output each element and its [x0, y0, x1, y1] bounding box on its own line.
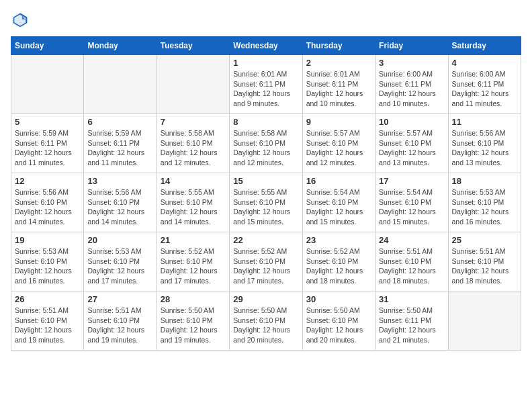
day-info: Sunrise: 5:50 AM Sunset: 6:10 PM Dayligh…: [161, 306, 226, 345]
day-info: Sunrise: 5:52 AM Sunset: 6:10 PM Dayligh…: [233, 246, 298, 286]
day-number: 10: [379, 117, 444, 127]
day-number: 16: [306, 176, 371, 186]
day-number: 6: [87, 117, 152, 127]
day-info: Sunrise: 5:50 AM Sunset: 6:10 PM Dayligh…: [306, 306, 371, 345]
day-number: 20: [87, 235, 152, 245]
day-number: 18: [452, 176, 517, 186]
calendar-cell: 12Sunrise: 5:56 AM Sunset: 6:10 PM Dayli…: [11, 173, 84, 232]
day-info: Sunrise: 5:57 AM Sunset: 6:10 PM Dayligh…: [306, 128, 371, 168]
day-info: Sunrise: 5:52 AM Sunset: 6:10 PM Dayligh…: [306, 246, 371, 286]
svg-marker-0: [13, 13, 28, 28]
calendar-cell: [11, 55, 84, 114]
calendar-cell: 30Sunrise: 5:50 AM Sunset: 6:10 PM Dayli…: [302, 291, 375, 351]
day-info: Sunrise: 6:01 AM Sunset: 6:11 PM Dayligh…: [306, 69, 371, 109]
calendar-cell: 22Sunrise: 5:52 AM Sunset: 6:10 PM Dayli…: [230, 232, 302, 291]
day-number: 30: [306, 294, 371, 304]
day-info: Sunrise: 6:00 AM Sunset: 6:11 PM Dayligh…: [452, 69, 517, 109]
day-number: 19: [15, 235, 80, 245]
day-number: 7: [161, 117, 226, 127]
day-number: 14: [161, 176, 226, 186]
page-header: [11, 11, 521, 30]
calendar-cell: 31Sunrise: 5:50 AM Sunset: 6:11 PM Dayli…: [375, 291, 448, 351]
day-number: 29: [233, 294, 298, 304]
day-number: 1: [233, 58, 298, 68]
day-info: Sunrise: 5:57 AM Sunset: 6:10 PM Dayligh…: [379, 128, 444, 168]
calendar-cell: 5Sunrise: 5:59 AM Sunset: 6:11 PM Daylig…: [11, 114, 84, 173]
day-info: Sunrise: 5:58 AM Sunset: 6:10 PM Dayligh…: [161, 128, 226, 168]
calendar-cell: 27Sunrise: 5:51 AM Sunset: 6:10 PM Dayli…: [84, 291, 157, 351]
day-number: 3: [379, 58, 444, 68]
day-number: 9: [306, 117, 371, 127]
day-info: Sunrise: 5:55 AM Sunset: 6:10 PM Dayligh…: [161, 187, 226, 227]
day-info: Sunrise: 5:53 AM Sunset: 6:10 PM Dayligh…: [15, 246, 80, 286]
calendar-header-tuesday: Tuesday: [157, 37, 229, 55]
day-number: 12: [15, 176, 80, 186]
calendar-header-wednesday: Wednesday: [230, 37, 302, 55]
calendar-cell: 4Sunrise: 6:00 AM Sunset: 6:11 PM Daylig…: [448, 55, 521, 114]
calendar-cell: 15Sunrise: 5:55 AM Sunset: 6:10 PM Dayli…: [230, 173, 302, 232]
calendar-header-monday: Monday: [84, 37, 157, 55]
day-number: 23: [306, 235, 371, 245]
calendar-table: SundayMondayTuesdayWednesdayThursdayFrid…: [11, 36, 521, 351]
calendar-cell: 26Sunrise: 5:51 AM Sunset: 6:10 PM Dayli…: [11, 291, 84, 351]
calendar-cell: 17Sunrise: 5:54 AM Sunset: 6:10 PM Dayli…: [375, 173, 448, 232]
calendar-cell: 28Sunrise: 5:50 AM Sunset: 6:10 PM Dayli…: [157, 291, 229, 351]
day-info: Sunrise: 5:52 AM Sunset: 6:10 PM Dayligh…: [161, 246, 226, 286]
calendar-week-1: 1Sunrise: 6:01 AM Sunset: 6:11 PM Daylig…: [11, 55, 521, 114]
calendar-header-sunday: Sunday: [11, 37, 84, 55]
day-info: Sunrise: 5:54 AM Sunset: 6:10 PM Dayligh…: [379, 187, 444, 227]
logo: [11, 11, 32, 30]
day-number: 15: [233, 176, 298, 186]
day-info: Sunrise: 5:51 AM Sunset: 6:10 PM Dayligh…: [15, 306, 80, 345]
day-info: Sunrise: 5:55 AM Sunset: 6:10 PM Dayligh…: [233, 187, 298, 227]
calendar-cell: 16Sunrise: 5:54 AM Sunset: 6:10 PM Dayli…: [302, 173, 375, 232]
day-number: 11: [452, 117, 517, 127]
day-number: 5: [15, 117, 80, 127]
calendar-cell: 1Sunrise: 6:01 AM Sunset: 6:11 PM Daylig…: [230, 55, 302, 114]
day-number: 21: [161, 235, 226, 245]
calendar-cell: 20Sunrise: 5:53 AM Sunset: 6:10 PM Dayli…: [84, 232, 157, 291]
day-number: 22: [233, 235, 298, 245]
day-info: Sunrise: 5:53 AM Sunset: 6:10 PM Dayligh…: [452, 187, 517, 227]
day-info: Sunrise: 5:56 AM Sunset: 6:10 PM Dayligh…: [87, 187, 152, 227]
calendar-cell: 11Sunrise: 5:56 AM Sunset: 6:10 PM Dayli…: [448, 114, 521, 173]
calendar-cell: [448, 291, 521, 351]
day-info: Sunrise: 5:54 AM Sunset: 6:10 PM Dayligh…: [306, 187, 371, 227]
day-info: Sunrise: 5:51 AM Sunset: 6:10 PM Dayligh…: [87, 306, 152, 345]
calendar-cell: 13Sunrise: 5:56 AM Sunset: 6:10 PM Dayli…: [84, 173, 157, 232]
day-number: 27: [87, 294, 152, 304]
day-info: Sunrise: 5:59 AM Sunset: 6:11 PM Dayligh…: [15, 128, 80, 168]
day-number: 31: [379, 294, 444, 304]
day-info: Sunrise: 5:53 AM Sunset: 6:10 PM Dayligh…: [87, 246, 152, 286]
calendar-cell: 2Sunrise: 6:01 AM Sunset: 6:11 PM Daylig…: [302, 55, 375, 114]
calendar-cell: 7Sunrise: 5:58 AM Sunset: 6:10 PM Daylig…: [157, 114, 229, 173]
calendar-week-2: 5Sunrise: 5:59 AM Sunset: 6:11 PM Daylig…: [11, 114, 521, 173]
day-info: Sunrise: 5:50 AM Sunset: 6:10 PM Dayligh…: [233, 306, 298, 345]
day-number: 28: [161, 294, 226, 304]
day-info: Sunrise: 6:01 AM Sunset: 6:11 PM Dayligh…: [233, 69, 298, 109]
day-info: Sunrise: 6:00 AM Sunset: 6:11 PM Dayligh…: [379, 69, 444, 109]
calendar-cell: 14Sunrise: 5:55 AM Sunset: 6:10 PM Dayli…: [157, 173, 229, 232]
calendar-cell: 21Sunrise: 5:52 AM Sunset: 6:10 PM Dayli…: [157, 232, 229, 291]
day-number: 26: [15, 294, 80, 304]
day-number: 4: [452, 58, 517, 68]
day-number: 25: [452, 235, 517, 245]
day-number: 13: [87, 176, 152, 186]
day-info: Sunrise: 5:56 AM Sunset: 6:10 PM Dayligh…: [15, 187, 80, 227]
calendar-week-5: 26Sunrise: 5:51 AM Sunset: 6:10 PM Dayli…: [11, 291, 521, 351]
calendar-cell: 29Sunrise: 5:50 AM Sunset: 6:10 PM Dayli…: [230, 291, 302, 351]
calendar-cell: 18Sunrise: 5:53 AM Sunset: 6:10 PM Dayli…: [448, 173, 521, 232]
day-info: Sunrise: 5:51 AM Sunset: 6:10 PM Dayligh…: [452, 246, 517, 286]
calendar-cell: 19Sunrise: 5:53 AM Sunset: 6:10 PM Dayli…: [11, 232, 84, 291]
calendar-cell: 25Sunrise: 5:51 AM Sunset: 6:10 PM Dayli…: [448, 232, 521, 291]
day-info: Sunrise: 5:59 AM Sunset: 6:11 PM Dayligh…: [87, 128, 152, 168]
day-info: Sunrise: 5:58 AM Sunset: 6:10 PM Dayligh…: [233, 128, 298, 168]
day-info: Sunrise: 5:51 AM Sunset: 6:10 PM Dayligh…: [379, 246, 444, 286]
calendar-header-thursday: Thursday: [302, 37, 375, 55]
calendar-cell: 6Sunrise: 5:59 AM Sunset: 6:11 PM Daylig…: [84, 114, 157, 173]
calendar-cell: [157, 55, 229, 114]
day-number: 17: [379, 176, 444, 186]
calendar-header-saturday: Saturday: [448, 37, 521, 55]
calendar-week-4: 19Sunrise: 5:53 AM Sunset: 6:10 PM Dayli…: [11, 232, 521, 291]
day-number: 24: [379, 235, 444, 245]
